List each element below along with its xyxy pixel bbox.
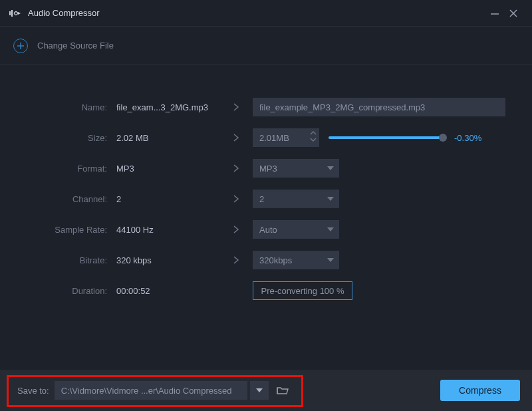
- svg-rect-0: [9, 11, 11, 15]
- sample-rate-dropdown-value: Auto: [259, 225, 277, 235]
- bitrate-label: Bitrate:: [20, 255, 116, 265]
- row-size: Size: 2.02 MB -0.30%: [20, 122, 512, 153]
- caret-down-icon: [327, 227, 334, 231]
- chevron-right-icon: [226, 255, 246, 265]
- bitrate-dropdown-value: 320kbps: [259, 255, 292, 265]
- row-name: Name: file_exam...3_2MG.mp3: [20, 92, 512, 122]
- size-input[interactable]: [253, 128, 319, 147]
- svg-marker-10: [327, 227, 334, 231]
- duration-label: Duration:: [20, 286, 116, 296]
- caret-down-icon: [327, 197, 334, 201]
- channel-dropdown-value: 2: [259, 194, 264, 204]
- spinner-up-icon[interactable]: [310, 130, 317, 136]
- chevron-right-icon: [226, 164, 246, 173]
- format-current: MP3: [116, 164, 226, 174]
- caret-down-icon: [327, 258, 334, 262]
- compress-button-label: Compress: [459, 385, 501, 396]
- settings-form: Name: file_exam...3_2MG.mp3 Size: 2.02 M…: [0, 65, 532, 319]
- size-spinner[interactable]: [253, 128, 319, 147]
- preconvert-label: Pre-converting 100 %: [261, 286, 344, 296]
- duration-current: 00:00:52: [116, 286, 226, 296]
- format-label: Format:: [20, 164, 116, 174]
- size-slider[interactable]: [329, 136, 445, 139]
- minimize-button[interactable]: [485, 4, 504, 23]
- close-button[interactable]: [504, 4, 523, 23]
- sample-rate-label: Sample Rate:: [20, 225, 116, 235]
- caret-down-icon: [327, 166, 334, 170]
- preconvert-button[interactable]: Pre-converting 100 %: [253, 281, 352, 300]
- sample-rate-dropdown[interactable]: Auto: [253, 220, 339, 239]
- svg-marker-9: [327, 197, 334, 201]
- title-bar: Audio Compressor: [0, 0, 532, 27]
- chevron-right-icon: [226, 102, 246, 112]
- row-channel: Channel: 2 2: [20, 184, 512, 214]
- svg-marker-11: [327, 258, 334, 262]
- spinner-down-icon[interactable]: [310, 137, 317, 143]
- format-dropdown-value: MP3: [259, 164, 277, 174]
- bitrate-dropdown[interactable]: 320kbps: [253, 251, 339, 269]
- row-sample-rate: Sample Rate: 44100 Hz Auto: [20, 214, 512, 245]
- compress-button[interactable]: Compress: [440, 380, 520, 401]
- window-title: Audio Compressor: [28, 8, 485, 18]
- open-folder-button[interactable]: [273, 381, 293, 400]
- row-duration: Duration: 00:00:52 Pre-converting 100 %: [20, 275, 512, 306]
- size-current: 2.02 MB: [116, 133, 226, 143]
- svg-marker-8: [327, 166, 334, 170]
- row-bitrate: Bitrate: 320 kbps 320kbps: [20, 245, 512, 275]
- sample-rate-current: 44100 Hz: [116, 225, 226, 235]
- save-to-label: Save to:: [17, 386, 49, 396]
- save-path-dropdown[interactable]: [250, 381, 269, 400]
- chevron-right-icon: [226, 133, 246, 142]
- format-dropdown[interactable]: MP3: [253, 159, 339, 178]
- name-label: Name:: [20, 102, 116, 112]
- change-source-label: Change Source File: [37, 41, 114, 51]
- size-label: Size:: [20, 133, 116, 143]
- svg-marker-12: [256, 388, 263, 392]
- chevron-right-icon: [226, 225, 246, 234]
- app-icon: [9, 9, 21, 18]
- add-icon: [13, 39, 28, 53]
- svg-marker-2: [18, 12, 21, 15]
- footer-bar: Save to: Compress: [0, 370, 532, 411]
- svg-rect-1: [11, 10, 13, 17]
- name-input[interactable]: [253, 98, 505, 116]
- bitrate-current: 320 kbps: [116, 255, 226, 265]
- change-source-bar[interactable]: Change Source File: [0, 27, 532, 65]
- save-path-input[interactable]: [55, 381, 247, 400]
- size-percent: -0.30%: [454, 133, 487, 143]
- chevron-right-icon: [226, 194, 246, 204]
- channel-current: 2: [116, 194, 226, 204]
- name-current: file_exam...3_2MG.mp3: [116, 102, 226, 112]
- row-format: Format: MP3 MP3: [20, 153, 512, 184]
- channel-label: Channel:: [20, 194, 116, 204]
- channel-dropdown[interactable]: 2: [253, 190, 339, 208]
